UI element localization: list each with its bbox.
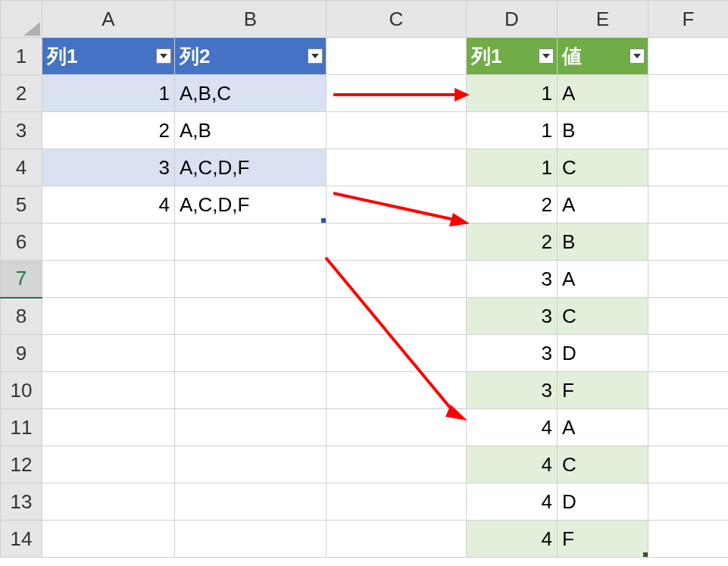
cell-A11[interactable] bbox=[42, 409, 175, 446]
col-header-F[interactable]: F bbox=[648, 1, 729, 38]
cell-E3[interactable]: B bbox=[558, 112, 648, 149]
table2-header-col2[interactable]: 値 bbox=[558, 38, 648, 75]
cell-D9[interactable]: 3 bbox=[467, 335, 558, 372]
cell-D10[interactable]: 3 bbox=[467, 372, 558, 409]
cell-B11[interactable] bbox=[175, 409, 327, 446]
cell-F10[interactable] bbox=[648, 372, 729, 409]
cell-B2[interactable]: A,B,C bbox=[175, 75, 327, 112]
cell-C3[interactable] bbox=[327, 112, 467, 149]
cell-A9[interactable] bbox=[42, 335, 175, 372]
cell-D3[interactable]: 1 bbox=[467, 112, 558, 149]
cell-B12[interactable] bbox=[175, 446, 327, 483]
cell-C7[interactable] bbox=[327, 261, 467, 298]
cell-B8[interactable] bbox=[175, 298, 327, 335]
cell-B13[interactable] bbox=[175, 483, 327, 521]
cell-C14[interactable] bbox=[327, 521, 467, 558]
cell-E13[interactable]: D bbox=[558, 483, 648, 521]
row-header-3[interactable]: 3 bbox=[1, 112, 42, 149]
cell-B7[interactable] bbox=[175, 261, 327, 298]
cell-C12[interactable] bbox=[327, 446, 467, 483]
cell-E6[interactable]: B bbox=[558, 224, 648, 261]
col-header-B[interactable]: B bbox=[175, 1, 327, 38]
cell-B3[interactable]: A,B bbox=[175, 112, 327, 149]
row-header-13[interactable]: 13 bbox=[1, 483, 42, 521]
row-header-4[interactable]: 4 bbox=[1, 149, 42, 186]
cell-F3[interactable] bbox=[648, 112, 729, 149]
table1-header-col2[interactable]: 列2 bbox=[175, 38, 327, 75]
cell-B10[interactable] bbox=[175, 372, 327, 409]
cell-D5[interactable]: 2 bbox=[467, 186, 558, 224]
cell-F14[interactable] bbox=[648, 521, 729, 558]
cell-D8[interactable]: 3 bbox=[467, 298, 558, 335]
cell-B5[interactable]: A,C,D,F bbox=[175, 186, 327, 224]
cell-A8[interactable] bbox=[42, 298, 175, 335]
cell-D14[interactable]: 4 bbox=[467, 521, 558, 558]
row-header-8[interactable]: 8 bbox=[1, 298, 42, 335]
row-header-7[interactable]: 7 bbox=[1, 261, 42, 298]
cell-C6[interactable] bbox=[327, 224, 467, 261]
spreadsheet-grid[interactable]: A B C D E F 1 列1 列2 列1 値 2 1 A,B,C bbox=[0, 0, 728, 558]
cell-D13[interactable]: 4 bbox=[467, 483, 558, 521]
cell-E14[interactable]: F bbox=[558, 521, 648, 558]
cell-F6[interactable] bbox=[648, 224, 729, 261]
cell-C9[interactable] bbox=[327, 335, 467, 372]
cell-F7[interactable] bbox=[648, 261, 729, 298]
cell-D2[interactable]: 1 bbox=[467, 75, 558, 112]
row-header-5[interactable]: 5 bbox=[1, 186, 42, 224]
cell-B14[interactable] bbox=[175, 521, 327, 558]
cell-C11[interactable] bbox=[327, 409, 467, 446]
cell-A13[interactable] bbox=[42, 483, 175, 521]
cell-C8[interactable] bbox=[327, 298, 467, 335]
cell-D11[interactable]: 4 bbox=[467, 409, 558, 446]
cell-A10[interactable] bbox=[42, 372, 175, 409]
cell-B6[interactable] bbox=[175, 224, 327, 261]
select-all-corner[interactable] bbox=[1, 1, 42, 38]
cell-A4[interactable]: 3 bbox=[42, 149, 175, 186]
cell-A12[interactable] bbox=[42, 446, 175, 483]
cell-D12[interactable]: 4 bbox=[467, 446, 558, 483]
cell-E4[interactable]: C bbox=[558, 149, 648, 186]
cell-C2[interactable] bbox=[327, 75, 467, 112]
cell-A14[interactable] bbox=[42, 521, 175, 558]
cell-E7[interactable]: A bbox=[558, 261, 648, 298]
cell-F13[interactable] bbox=[648, 483, 729, 521]
cell-C1[interactable] bbox=[327, 38, 467, 75]
cell-E12[interactable]: C bbox=[558, 446, 648, 483]
cell-E9[interactable]: D bbox=[558, 335, 648, 372]
cell-D4[interactable]: 1 bbox=[467, 149, 558, 186]
filter-button-icon[interactable] bbox=[539, 48, 554, 64]
filter-button-icon[interactable] bbox=[630, 48, 645, 64]
cell-F5[interactable] bbox=[648, 186, 729, 224]
cell-E11[interactable]: A bbox=[558, 409, 648, 446]
cell-A3[interactable]: 2 bbox=[42, 112, 175, 149]
filter-button-icon[interactable] bbox=[308, 48, 323, 64]
table2-header-col1[interactable]: 列1 bbox=[467, 38, 558, 75]
cell-A5[interactable]: 4 bbox=[42, 186, 175, 224]
cell-F1[interactable] bbox=[648, 38, 729, 75]
col-header-D[interactable]: D bbox=[467, 1, 558, 38]
cell-A7[interactable] bbox=[42, 261, 175, 298]
col-header-E[interactable]: E bbox=[558, 1, 648, 38]
row-header-6[interactable]: 6 bbox=[1, 224, 42, 261]
cell-B9[interactable] bbox=[175, 335, 327, 372]
cell-C4[interactable] bbox=[327, 149, 467, 186]
cell-C5[interactable] bbox=[327, 186, 467, 224]
cell-D7[interactable]: 3 bbox=[467, 261, 558, 298]
cell-D6[interactable]: 2 bbox=[467, 224, 558, 261]
table1-header-col1[interactable]: 列1 bbox=[42, 38, 175, 75]
cell-F12[interactable] bbox=[648, 446, 729, 483]
cell-C13[interactable] bbox=[327, 483, 467, 521]
cell-E2[interactable]: A bbox=[558, 75, 648, 112]
cell-E5[interactable]: A bbox=[558, 186, 648, 224]
cell-E8[interactable]: C bbox=[558, 298, 648, 335]
row-header-10[interactable]: 10 bbox=[1, 372, 42, 409]
cell-B4[interactable]: A,C,D,F bbox=[175, 149, 327, 186]
row-header-1[interactable]: 1 bbox=[1, 38, 42, 75]
row-header-14[interactable]: 14 bbox=[1, 521, 42, 558]
filter-button-icon[interactable] bbox=[156, 48, 171, 64]
cell-A2[interactable]: 1 bbox=[42, 75, 175, 112]
col-header-C[interactable]: C bbox=[327, 1, 467, 38]
row-header-12[interactable]: 12 bbox=[1, 446, 42, 483]
cell-C10[interactable] bbox=[327, 372, 467, 409]
cell-E10[interactable]: F bbox=[558, 372, 648, 409]
